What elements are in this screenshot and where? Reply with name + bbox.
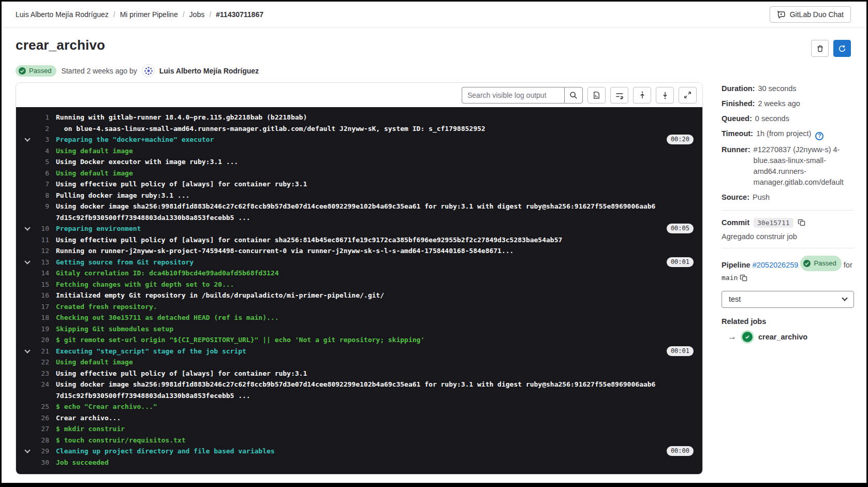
job-sidebar: Duration:30 secondsFinished:2 weeks agoQ…: [722, 82, 854, 475]
copy-ref-button[interactable]: [740, 274, 748, 282]
duo-chat-label: GitLab Duo Chat: [790, 10, 844, 19]
log-line-number[interactable]: 25: [34, 401, 49, 412]
log-line-text: Executing "step_script" stage of the job…: [56, 346, 246, 357]
log-line[interactable]: 3Preparing the "docker+machine" executor…: [16, 134, 702, 145]
log-line-text: Cleaning up project directory and file b…: [56, 446, 275, 457]
search-button[interactable]: [564, 87, 583, 104]
section-duration-badge: 00:01: [667, 346, 694, 356]
scroll-bottom-button[interactable]: [656, 87, 674, 104]
log-line-number[interactable]: 7: [34, 179, 49, 190]
log-line-number[interactable]: 1: [34, 112, 49, 123]
pipeline-ref: main: [722, 274, 738, 282]
retry-icon: [838, 45, 846, 53]
wrap-lines-icon: [615, 91, 624, 99]
log-line: 28$ touch construir/requisitos.txt: [16, 435, 702, 446]
raw-log-button[interactable]: [587, 87, 606, 104]
log-line-number[interactable]: 29: [34, 446, 49, 457]
log-line-text: Created fresh repository.: [56, 301, 157, 313]
breadcrumb-separator: /: [209, 10, 211, 19]
wrap-lines-button[interactable]: [610, 87, 628, 104]
collapse-chevron-icon[interactable]: [21, 134, 34, 141]
log-line-number[interactable]: 2: [34, 123, 49, 135]
log-line-number[interactable]: 20: [34, 334, 49, 346]
chevron-down-icon: [24, 225, 30, 230]
chevron-down-icon: [24, 136, 30, 141]
log-line-text: Using default image: [56, 168, 133, 179]
collapse-chevron-icon[interactable]: [21, 257, 34, 263]
log-line-text: Gitaly correlation ID: dca4b10f9bcd4e99a…: [56, 268, 278, 279]
section-duration-badge: 00:01: [667, 257, 694, 267]
breadcrumb-item[interactable]: Luis Alberto Mejía Rodríguez: [16, 10, 109, 19]
log-line-number[interactable]: 9: [34, 201, 49, 212]
log-line: 15Fetching changes with git depth set to…: [16, 279, 702, 290]
erase-job-button[interactable]: [811, 40, 829, 57]
help-icon[interactable]: ?: [815, 132, 823, 140]
log-line-number[interactable]: 8: [34, 190, 49, 201]
duo-chat-button[interactable]: GitLab Duo Chat: [770, 6, 851, 23]
log-line: 23Using effective pull policy of [always…: [16, 368, 702, 379]
log-line-number[interactable]: 24: [34, 379, 49, 390]
log-line-number[interactable]: 3: [34, 134, 49, 145]
stage-dropdown[interactable]: test: [722, 291, 854, 308]
log-line-number[interactable]: 22: [34, 357, 49, 368]
log-line-text: Using effective pull policy of [always] …: [56, 179, 307, 190]
log-line-number[interactable]: 5: [34, 156, 49, 168]
log-line-number[interactable]: 15: [34, 279, 49, 290]
chevron-down-icon: [24, 258, 30, 264]
log-line-number[interactable]: 27: [34, 423, 49, 435]
commit-sha-link[interactable]: 30e15711: [754, 218, 793, 228]
breadcrumb-item[interactable]: Mi primer Pipeline: [120, 10, 178, 19]
log-line: 24Using docker image sha256:9981df1d883b…: [16, 379, 702, 401]
log-line[interactable]: 29Cleaning up project directory and file…: [16, 446, 702, 457]
log-line-number[interactable]: 4: [34, 145, 49, 157]
avatar[interactable]: [142, 64, 155, 77]
pipeline-id-link[interactable]: #2052026259: [753, 261, 799, 269]
related-job-item: →crear_archivo: [722, 332, 854, 342]
log-line-number[interactable]: 16: [34, 290, 49, 301]
detail-label: Queued:: [722, 113, 752, 124]
detail-value: 30 seconds: [758, 83, 796, 94]
log-line-number[interactable]: 23: [34, 368, 49, 379]
collapse-chevron-icon[interactable]: [21, 346, 34, 352]
log-line: 7Using effective pull policy of [always]…: [16, 179, 702, 190]
log-line-number[interactable]: 30: [34, 457, 49, 468]
started-by-user-link[interactable]: Luis Alberto Mejía Rodríguez: [159, 67, 259, 75]
log-line-number[interactable]: 13: [34, 257, 49, 268]
log-line-text: Preparing the "docker+machine" executor: [56, 134, 214, 145]
breadcrumb-item[interactable]: #11430711867: [216, 10, 263, 19]
detail-label: Duration:: [722, 83, 755, 94]
breadcrumb: Luis Alberto Mejía Rodríguez/Mi primer P…: [16, 10, 263, 19]
collapse-chevron-icon[interactable]: [21, 446, 34, 452]
log-line-number[interactable]: 19: [34, 323, 49, 335]
log-line: 19Skipping Git submodules setup: [16, 323, 702, 335]
page-title: crear_archivo: [16, 37, 105, 53]
log-line-number[interactable]: 10: [34, 223, 49, 234]
log-line-number[interactable]: 21: [34, 346, 49, 357]
log-line-number[interactable]: 26: [34, 412, 49, 424]
chevron-down-icon: [24, 347, 30, 353]
related-job-link[interactable]: crear_archivo: [758, 333, 807, 341]
detail-value: #12270837 (J2nyww-s) 4-blue.saas-linux-s…: [754, 144, 854, 188]
log-line-number[interactable]: 11: [34, 234, 49, 246]
log-search-input[interactable]: [462, 87, 564, 104]
copy-commit-sha-button[interactable]: [798, 218, 806, 227]
fullscreen-button[interactable]: [679, 87, 697, 104]
log-line[interactable]: 10Preparing environment00:05: [16, 223, 702, 234]
log-line: 16Initialized empty Git repository in /b…: [16, 290, 702, 301]
retry-job-button[interactable]: [833, 40, 851, 57]
log-line-number[interactable]: 17: [34, 301, 49, 313]
log-line: 11Using effective pull policy of [always…: [16, 234, 702, 246]
log-line[interactable]: 21Executing "step_script" stage of the j…: [16, 346, 702, 357]
collapse-chevron-icon[interactable]: [21, 223, 34, 230]
log-line-number[interactable]: 28: [34, 435, 49, 446]
log-line: 5Using Docker executor with image ruby:3…: [16, 156, 702, 168]
scroll-top-button[interactable]: [633, 87, 651, 104]
log-line[interactable]: 13Getting source from Git repository00:0…: [16, 257, 702, 268]
log-line-number[interactable]: 18: [34, 312, 49, 323]
log-line-number[interactable]: 14: [34, 268, 49, 279]
scroll-bottom-icon: [661, 91, 669, 99]
breadcrumb-item[interactable]: Jobs: [189, 10, 205, 19]
log-line-number[interactable]: 6: [34, 168, 49, 179]
log-line-number[interactable]: 12: [34, 245, 49, 257]
section-duration-badge: 00:00: [667, 446, 694, 456]
